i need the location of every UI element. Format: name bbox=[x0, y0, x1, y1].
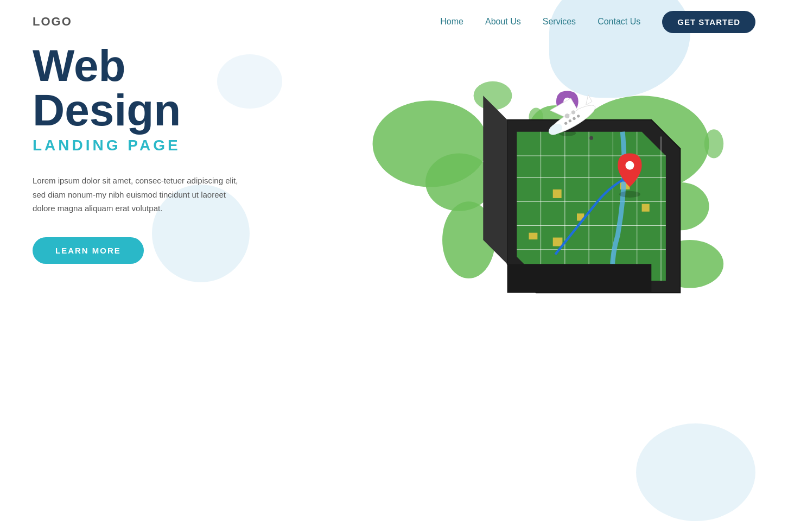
hero-subtitle: LANDING PAGE bbox=[33, 137, 260, 154]
svg-marker-49 bbox=[507, 264, 652, 293]
svg-marker-38 bbox=[582, 95, 592, 105]
nav-link-about[interactable]: About Us bbox=[485, 17, 521, 27]
hero-title-line1: Web bbox=[33, 41, 126, 90]
navbar: LOGO Home About Us Services Contact Us G… bbox=[0, 0, 788, 43]
svg-rect-29 bbox=[529, 233, 537, 239]
svg-point-47 bbox=[589, 136, 593, 140]
svg-point-9 bbox=[704, 129, 723, 158]
hero-left-content: Web Design LANDING PAGE Lorem ipsum dolo… bbox=[33, 43, 260, 264]
nav-link-contact[interactable]: Contact Us bbox=[598, 17, 640, 27]
svg-marker-48 bbox=[483, 96, 507, 264]
nav-link-services[interactable]: Services bbox=[543, 17, 576, 27]
nav-link-home[interactable]: Home bbox=[440, 17, 463, 27]
hero-title: Web Design bbox=[33, 43, 260, 132]
learn-more-button[interactable]: LEARN MORE bbox=[33, 237, 144, 264]
hero-illustration bbox=[289, 11, 788, 445]
hero-description: Lorem ipsum dolor sit amet, consec-tetue… bbox=[33, 174, 239, 216]
svg-point-1 bbox=[425, 154, 493, 211]
hero-title-line2: Design bbox=[33, 85, 181, 135]
world-map-svg bbox=[332, 38, 788, 375]
nav-links: Home About Us Services Contact Us GET ST… bbox=[440, 11, 755, 33]
svg-point-33 bbox=[625, 161, 634, 170]
svg-rect-25 bbox=[553, 189, 562, 198]
logo: LOGO bbox=[33, 15, 72, 29]
svg-rect-28 bbox=[642, 204, 650, 212]
get-started-button[interactable]: GET STARTED bbox=[662, 11, 755, 33]
svg-point-32 bbox=[619, 191, 640, 198]
svg-rect-30 bbox=[553, 238, 563, 246]
